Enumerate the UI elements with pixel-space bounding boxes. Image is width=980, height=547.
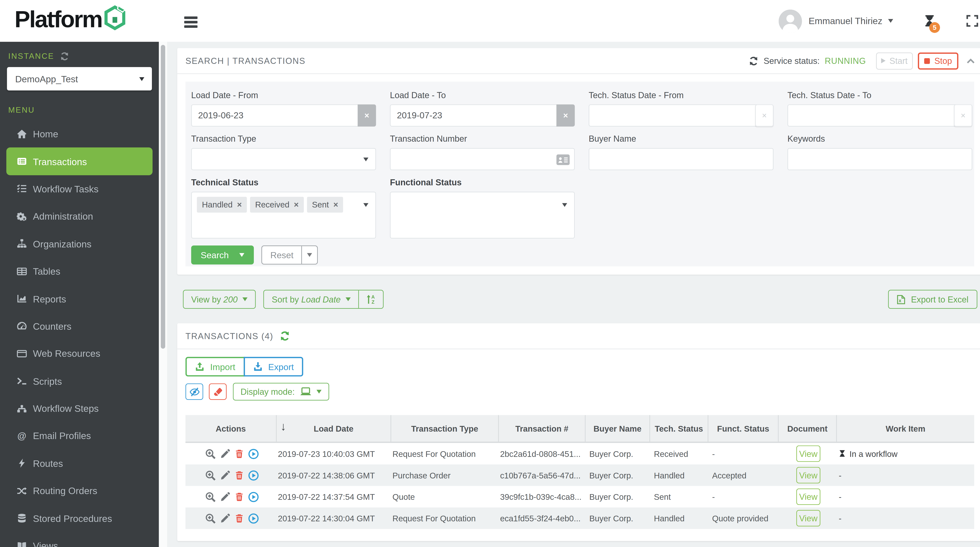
load-date-from-clear-button[interactable]: ×	[358, 105, 376, 127]
view-transaction-button[interactable]	[205, 513, 216, 524]
cell-load-date: 2019-07-23 10:40:03 GMT	[277, 449, 391, 458]
view-by-button[interactable]: View by 200	[183, 290, 256, 309]
clear-button[interactable]	[209, 383, 227, 400]
pending-tasks-button[interactable]: 5	[924, 14, 935, 28]
cell-tech-status: Received	[650, 449, 708, 458]
view-transaction-button[interactable]	[205, 491, 216, 502]
sidebar-item-home[interactable]: Home	[0, 120, 159, 148]
sidebar-item-workflow-tasks[interactable]: Workflow Tasks	[0, 175, 159, 203]
transaction-type-select[interactable]	[191, 148, 376, 170]
sort-descending-icon[interactable]: ↓	[280, 421, 286, 432]
view-document-button[interactable]: View	[796, 445, 821, 462]
sidebar-item-tables[interactable]: Tables	[0, 258, 159, 285]
cell-buyer-name: Buyer Corp.	[585, 471, 650, 480]
pending-count-badge: 5	[929, 22, 940, 32]
load-date-from-input[interactable]: 2019-06-23×	[191, 105, 376, 127]
functional-status-multiselect[interactable]	[390, 192, 575, 239]
view-document-button[interactable]: View	[796, 488, 821, 505]
edit-transaction-button[interactable]	[220, 491, 230, 502]
technical-status-multiselect[interactable]: Handled×Received×Sent×	[191, 192, 376, 239]
contact-card-icon[interactable]	[557, 154, 570, 165]
delete-transaction-button[interactable]	[235, 491, 243, 502]
instance-select[interactable]: DemoApp_Test	[7, 67, 152, 90]
column-header-tech-status[interactable]: Tech. Status	[650, 415, 708, 442]
edit-transaction-button[interactable]	[220, 470, 230, 480]
column-header-actions[interactable]: Actions	[185, 415, 277, 442]
export-to-excel-button[interactable]: x Export to Excel	[888, 290, 977, 309]
column-header-transaction-[interactable]: Transaction #	[499, 415, 585, 442]
remove-tag-button[interactable]: ×	[294, 200, 299, 210]
chevron-up-icon	[967, 58, 975, 64]
load-date-to-input[interactable]: 2019-07-23×	[390, 105, 575, 127]
view-transaction-button[interactable]	[205, 470, 216, 480]
sort-direction-button[interactable]: AZ	[358, 290, 383, 308]
sidebar-item-administration[interactable]: Administration	[0, 203, 159, 230]
buyer-name-input[interactable]	[589, 148, 773, 170]
column-header-transaction-type[interactable]: Transaction Type	[391, 415, 499, 442]
sidebar-item-web-resources[interactable]: Web Resources	[0, 340, 159, 367]
load-date-to-clear-button[interactable]: ×	[557, 105, 575, 127]
collapse-panel-button[interactable]	[967, 58, 975, 64]
user-menu-caret-icon[interactable]	[888, 19, 893, 23]
search-button[interactable]: Search	[191, 245, 254, 264]
delete-transaction-button[interactable]	[235, 513, 243, 523]
display-mode-button[interactable]: Display mode:	[233, 383, 329, 401]
column-header-load-date[interactable]: ↓Load Date	[277, 415, 391, 442]
service-stop-button[interactable]: Stop	[918, 52, 958, 69]
sidebar-item-routing-orders[interactable]: Routing Orders	[0, 477, 159, 504]
sidebar-item-stored-procedures[interactable]: Stored Procedures	[0, 504, 159, 532]
reset-button[interactable]: Reset	[262, 246, 301, 264]
transaction-number-input[interactable]	[390, 148, 575, 170]
tech-status-date-from-clear-button[interactable]: ×	[755, 105, 773, 127]
view-document-button[interactable]: View	[796, 510, 821, 526]
run-transaction-button[interactable]	[248, 491, 259, 502]
sidebar-item-transactions[interactable]: Transactions	[6, 148, 153, 175]
export-button[interactable]: Export	[243, 357, 303, 376]
column-header-work-item[interactable]: Work Item	[837, 415, 974, 442]
run-transaction-button[interactable]	[248, 470, 259, 480]
keywords-input[interactable]	[788, 148, 972, 170]
column-header-buyer-name[interactable]: Buyer Name	[585, 415, 650, 442]
sidebar-item-email-profiles[interactable]: @Email Profiles	[0, 422, 159, 450]
edit-transaction-button[interactable]	[220, 513, 230, 523]
results-refresh-icon[interactable]	[280, 331, 290, 341]
sidebar-item-workflow-steps[interactable]: Workflow Steps	[0, 395, 159, 422]
sidebar-item-reports[interactable]: Reports	[0, 285, 159, 312]
sidebar-item-counters[interactable]: Counters	[0, 312, 159, 340]
fullscreen-button[interactable]	[966, 14, 978, 27]
user-name[interactable]: Emmanuel Thiriez	[809, 16, 883, 26]
column-header-document[interactable]: Document	[778, 415, 837, 442]
delete-transaction-button[interactable]	[235, 448, 243, 459]
instance-refresh-icon[interactable]	[60, 52, 69, 61]
run-transaction-button[interactable]	[248, 513, 259, 524]
instance-label: INSTANCE	[8, 52, 54, 61]
service-start-button[interactable]: Start	[876, 52, 913, 69]
sidebar-item-views[interactable]: Views	[0, 532, 159, 547]
remove-tag-button[interactable]: ×	[333, 200, 338, 210]
reset-options-button[interactable]	[301, 246, 317, 264]
sidebar-item-organizations[interactable]: Organizations	[0, 230, 159, 258]
import-button[interactable]: Import	[185, 357, 245, 376]
delete-transaction-button[interactable]	[235, 470, 243, 480]
toggle-visibility-button[interactable]	[185, 383, 203, 400]
sidebar-item-scripts[interactable]: Scripts	[0, 367, 159, 395]
view-document-button[interactable]: View	[796, 467, 821, 483]
run-transaction-button[interactable]	[248, 448, 259, 459]
tech-status-date-from-input[interactable]: ×	[589, 105, 773, 127]
tech-status-date-to-clear-button[interactable]: ×	[954, 105, 972, 127]
tech-status-date-to-input[interactable]: ×	[788, 105, 972, 127]
keywords-label: Keywords	[788, 134, 972, 144]
sidebar-item-routes[interactable]: Routes	[0, 450, 159, 477]
remove-tag-button[interactable]: ×	[237, 200, 242, 210]
edit-transaction-button[interactable]	[220, 448, 230, 459]
caret-down-icon	[562, 203, 567, 207]
user-avatar[interactable]	[779, 9, 802, 32]
sort-by-button[interactable]: Sort by Load Date	[264, 290, 358, 308]
sidebar-toggle-button[interactable]	[184, 16, 197, 30]
view-transaction-button[interactable]	[205, 448, 216, 459]
service-refresh-icon[interactable]	[749, 56, 759, 65]
sidebar-item-label: Workflow Tasks	[33, 183, 99, 194]
column-header-funct-status[interactable]: Funct. Status	[708, 415, 778, 442]
load-date-to-label: Load Date - To	[390, 91, 575, 100]
scrollbar-thumb[interactable]	[161, 45, 165, 348]
